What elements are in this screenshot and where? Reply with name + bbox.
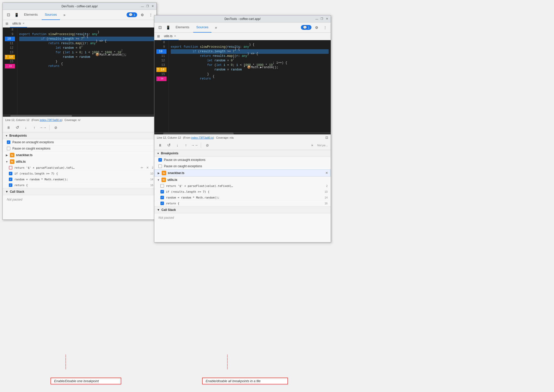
bp-cb-2-1[interactable] <box>160 190 164 193</box>
toolbar-right-1: 💬 1 ⚙ ⋮ <box>127 11 154 18</box>
bp-cb-2-3[interactable] <box>160 202 164 205</box>
bp-cb-2-0[interactable] <box>160 184 164 188</box>
bp-item-1-0[interactable]: return '$' + parseFloat(value).toFi… ✏ ✕… <box>3 165 156 171</box>
call-stack-header-1[interactable]: ▼ Call Stack <box>3 188 156 195</box>
pause-caught-cb-1[interactable] <box>7 147 10 150</box>
pause-uncaught-cb-2[interactable] <box>158 158 162 162</box>
status-expand-btn[interactable]: ⊡ <box>325 136 328 139</box>
pause-btn-1[interactable]: ⏸ <box>5 124 12 131</box>
bp-cb-1-1[interactable] <box>9 172 12 175</box>
utils-group-2[interactable]: ▼ ts utils.ts <box>154 177 331 183</box>
snackbar-expand-2[interactable]: ▶ <box>157 172 160 175</box>
settings-btn-1[interactable]: ⚙ <box>139 11 146 18</box>
edit-icon-1-0[interactable]: ✏ <box>141 166 143 169</box>
pause-btn-2[interactable]: ⏸ <box>157 142 163 149</box>
utils-expand-2[interactable]: ▼ <box>157 178 160 181</box>
file-tab-utils-2[interactable]: utils.ts ✕ <box>161 33 179 40</box>
tab-elements-1[interactable]: Elements <box>21 10 41 20</box>
title-bar-text-1: DevTools - coffee-cart.app/ <box>61 5 98 8</box>
bp-cb-1-2[interactable] <box>9 178 12 181</box>
pause-caught-cb-2[interactable] <box>158 164 162 168</box>
continue-btn-1[interactable]: →→ <box>40 124 46 131</box>
step-out-btn-2[interactable]: ↑ <box>183 142 189 149</box>
restore-btn-1[interactable]: ❐ <box>146 5 149 8</box>
line-num-9: 9 <box>5 32 15 37</box>
snackbar-group-1[interactable]: ▶ ts snackbar.ts <box>3 152 156 158</box>
bp-cb-2-2[interactable] <box>160 196 164 199</box>
code-line-2-16: return { <box>171 77 329 81</box>
code-scrollbar-1[interactable] <box>3 115 156 117</box>
console-badge-2[interactable]: 💬 1 <box>301 25 311 30</box>
bp-item-1-2[interactable]: random = random * Math.random(); 14 <box>3 177 156 182</box>
call-stack-header-2[interactable]: ▼ Call Stack <box>154 206 331 213</box>
debug-more-btn-2[interactable]: » <box>311 143 313 147</box>
line-numbers-1: 8 9 10 11 12 13 ? 14 15 ⬩ 16 <box>3 28 17 115</box>
inspect-icon-2[interactable]: ⊡ <box>156 24 163 31</box>
tab-sources-1[interactable]: Sources <box>42 10 60 20</box>
device-icon[interactable]: 📱 <box>13 11 20 18</box>
more-btn-1[interactable]: ⋮ <box>147 11 154 18</box>
inspect-icon[interactable]: ⊡ <box>5 11 12 18</box>
continue-btn-2[interactable]: →→ <box>191 142 198 149</box>
bp-item-1-3[interactable]: return { 16 <box>3 182 156 188</box>
pause-uncaught-cb-1[interactable] <box>7 140 10 144</box>
breakpoints-header-2[interactable]: ▼ Breakpoints <box>154 150 331 157</box>
close-btn-1[interactable]: ✕ <box>151 5 154 8</box>
bp-cb-1-3[interactable] <box>9 183 12 187</box>
bp-item-1-1[interactable]: if (results.length >= 7) { 10 <box>3 171 156 177</box>
more-tabs-btn-2[interactable]: » <box>212 24 220 31</box>
sidebar-toggle-2[interactable]: ⊞ <box>155 33 161 39</box>
bp-item-2-0[interactable]: return '$' + parseFloat(value).toFixed(…… <box>154 183 331 189</box>
line-num-2-14[interactable]: ? 14 <box>156 67 166 72</box>
snackbar-group-2[interactable]: ▶ ts snackbar.ts ✕ <box>154 169 331 177</box>
breakpoints-header-1[interactable]: ▼ Breakpoints <box>3 132 156 139</box>
device-icon-2[interactable]: 📱 <box>164 24 172 31</box>
minimize-btn-1[interactable]: — <box>141 5 144 8</box>
source-link-1[interactable]: index-73f73a80.js <box>40 118 62 121</box>
snackbar-ts-icon-2: ts <box>162 171 166 175</box>
utils-group-1[interactable]: ▼ ts utils.ts <box>3 158 156 165</box>
sidebar-toggle-1[interactable]: ⊞ <box>4 21 10 27</box>
remove-icon-1-0[interactable]: ✕ <box>146 166 149 169</box>
pause-caught-1[interactable]: Pause on caught exceptions <box>3 145 156 152</box>
step-into-btn-2[interactable]: ↓ <box>174 142 181 149</box>
pause-caught-2[interactable]: Pause on caught exceptions <box>154 163 331 169</box>
tab-elements-2[interactable]: Elements <box>173 22 192 33</box>
snackbar-expand-1[interactable]: ▶ <box>5 154 8 157</box>
step-out-btn-1[interactable]: ↑ <box>31 124 38 131</box>
deactivate-btn-1[interactable]: ⊘ <box>53 124 59 131</box>
bp-item-2-1[interactable]: if (results.length >= 7) { 10 <box>154 189 331 195</box>
bp-item-2-3[interactable]: return { 16 <box>154 201 331 206</box>
pause-uncaught-1[interactable]: Pause on uncaught exceptions <box>3 139 156 145</box>
snackbar-close-2[interactable]: ✕ <box>325 171 328 175</box>
file-tab-close-1[interactable]: ✕ <box>22 22 25 25</box>
file-tab-close-2[interactable]: ✕ <box>174 35 176 37</box>
pause-uncaught-2[interactable]: Pause on uncaught exceptions <box>154 157 331 163</box>
console-badge-1[interactable]: 💬 1 <box>127 12 137 17</box>
line-num-13: 13 <box>5 50 15 55</box>
minimize-btn-2[interactable]: — <box>315 17 319 21</box>
step-over-btn-1[interactable]: ↺ <box>14 124 20 131</box>
line-num-2-10[interactable]: 10 <box>156 49 166 54</box>
settings-btn-2[interactable]: ⚙ <box>313 24 320 31</box>
file-tab-utils-1[interactable]: utils.ts ✕ <box>10 20 27 28</box>
line-num-10[interactable]: 10 <box>5 37 15 41</box>
close-btn-2[interactable]: ✕ <box>325 17 329 21</box>
bp-cb-1-0[interactable] <box>9 166 12 169</box>
source-link-2[interactable]: index-73f73a80.js <box>191 136 213 139</box>
step-over-btn-2[interactable]: ↺ <box>165 142 172 149</box>
bp-item-2-2[interactable]: random = random * Math.random(); 14 <box>154 195 331 201</box>
restore-btn-2[interactable]: ❐ <box>320 17 324 21</box>
utils-expand-1[interactable]: ▼ <box>5 160 8 163</box>
step-into-btn-1[interactable]: ↓ <box>22 124 29 131</box>
more-tabs-btn-1[interactable]: » <box>61 11 68 18</box>
more-btn-2[interactable]: ⋮ <box>322 24 329 31</box>
line-num-14[interactable]: ? 14 <box>5 55 15 59</box>
line-num-16[interactable]: ⬩ 16 <box>5 64 15 68</box>
code-scrollbar-2[interactable] <box>154 132 331 134</box>
file-tab-bar-1: ⊞ utils.ts ✕ <box>3 20 156 28</box>
line-num-2-16[interactable]: ⬩ 16 <box>156 77 166 81</box>
tab-sources-2[interactable]: Sources <box>193 22 211 33</box>
code-line-8 <box>19 28 154 32</box>
deactivate-btn-2[interactable]: ⊘ <box>204 142 211 149</box>
